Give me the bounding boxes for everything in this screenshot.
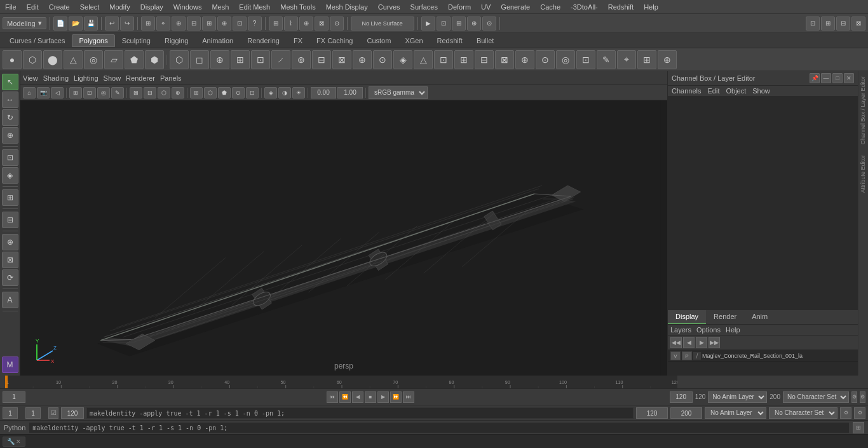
shelf-sculpt-icon[interactable]: ⌖ <box>617 50 636 69</box>
menu-edit-mesh[interactable]: Edit Mesh <box>234 2 275 12</box>
universal-manip-btn[interactable]: ⊡ <box>2 149 18 166</box>
layers-menu-options[interactable]: Options <box>696 326 721 334</box>
shelf-reduce-icon[interactable]: △ <box>414 50 433 69</box>
cb-menu-show[interactable]: Show <box>752 87 770 95</box>
help-btn[interactable]: ? <box>248 17 262 31</box>
shelf-tab-polygons[interactable]: Polygons <box>72 34 114 47</box>
shelf-jiggle-icon[interactable]: ⊡ <box>576 50 595 69</box>
maya-logo-btn[interactable]: M <box>2 356 18 373</box>
shelf-lattice-icon[interactable]: ⊠ <box>495 50 514 69</box>
shelf-tab-fx[interactable]: FX <box>287 34 309 47</box>
shelf-merge-icon[interactable]: ⊡ <box>251 50 270 69</box>
isolate-btn[interactable]: ⊙ <box>232 87 245 98</box>
heads-up-btn[interactable]: ⊡ <box>246 87 259 98</box>
shelf-tab-redshift[interactable]: Redshift <box>430 34 470 47</box>
new-file-btn[interactable]: 📄 <box>53 17 67 31</box>
snap-curve-btn[interactable]: ⌇ <box>284 17 298 31</box>
select-mask-btn[interactable]: ⊞ <box>69 87 82 98</box>
key-settings-btn[interactable]: ⚙ <box>851 391 857 403</box>
layers-fwd-btn[interactable]: ▶ <box>696 337 707 348</box>
vp-menu-show[interactable]: Show <box>104 74 121 82</box>
snap-grid-btn[interactable]: ⊞ <box>269 17 283 31</box>
shelf-tab-xgen[interactable]: XGen <box>398 34 430 47</box>
vp-menu-panels[interactable]: Panels <box>160 74 182 82</box>
minimized-window-item[interactable]: 🔧 ✕ <box>3 437 25 447</box>
snap-surface-btn[interactable]: ⊠ <box>315 17 329 31</box>
shelf-cleanup-icon[interactable]: ⊡ <box>434 50 453 69</box>
status-range-end[interactable]: 200 <box>670 407 702 419</box>
anim-layer-select[interactable]: No Anim Layer <box>708 391 767 403</box>
soft-sel-btn[interactable]: ◎ <box>97 87 110 98</box>
open-file-btn[interactable]: 📂 <box>69 17 83 31</box>
layers-menu-help[interactable]: Help <box>726 326 740 334</box>
shelf-bridge-icon[interactable]: ⟋ <box>271 50 290 69</box>
skip-backward-btn[interactable]: ⏮ <box>327 391 338 403</box>
cb-menu-edit[interactable]: Edit <box>707 87 719 95</box>
snap-point-btn[interactable]: ⊕ <box>299 17 313 31</box>
snap-live-btn[interactable]: ⊙ <box>330 17 344 31</box>
shelf-combine-icon[interactable]: ⊙ <box>373 50 392 69</box>
edge-tab-channel-box[interactable]: Channel Box / Layer Editor <box>858 71 868 150</box>
shelf-tab-rigging[interactable]: Rigging <box>158 34 195 47</box>
snap-btn[interactable]: ⊕ <box>2 234 18 250</box>
shelf-fill-icon[interactable]: ⊚ <box>292 50 311 69</box>
select-all-btn[interactable]: ⊟ <box>187 17 201 31</box>
shelf-wrap-icon[interactable]: ⊕ <box>515 50 534 69</box>
shelf-torus-icon[interactable]: ◎ <box>84 50 103 69</box>
paint-effects-btn[interactable]: ✎ <box>111 87 124 98</box>
shelf-append-icon[interactable]: ⊕ <box>658 50 677 69</box>
vp-menu-lighting[interactable]: Lighting <box>74 74 98 82</box>
render-btn[interactable]: ▶ <box>421 17 435 31</box>
deselect-btn[interactable]: ⊞ <box>202 17 216 31</box>
vp-menu-renderer[interactable]: Renderer <box>126 74 155 82</box>
viewport-canvas[interactable]: persp Z Y X <box>20 100 667 376</box>
menu-3dtoall[interactable]: -3DtoAll- <box>566 2 603 12</box>
menu-mesh[interactable]: Mesh <box>207 2 234 12</box>
menu-cache[interactable]: Cache <box>535 2 566 12</box>
layers-prev-btn[interactable]: ◀◀ <box>670 337 682 348</box>
vp-menu-shading[interactable]: Shading <box>43 74 69 82</box>
wireframe-btn[interactable]: ⊠ <box>130 87 142 98</box>
region-btn[interactable]: ⊟ <box>2 212 18 228</box>
shadows-btn[interactable]: ◈ <box>264 87 277 98</box>
show-manip-btn[interactable]: ⊞ <box>2 189 18 206</box>
shelf-smooth-icon[interactable]: ◈ <box>393 50 412 69</box>
shelf-extrude-icon[interactable]: ⊕ <box>210 50 229 69</box>
rotate-mode-btn[interactable]: ↻ <box>2 109 18 126</box>
cb-menu-channels[interactable]: Channels <box>672 87 701 95</box>
no-live-surface-btn[interactable]: No Live Surface <box>351 17 414 31</box>
camera-home-btn[interactable]: ⌂ <box>23 87 36 98</box>
comp-mode-btn[interactable]: ⊡ <box>83 87 96 98</box>
menu-create[interactable]: Create <box>44 2 75 12</box>
layer-playback-btn[interactable]: P <box>682 351 692 360</box>
scale-mode-btn[interactable]: ⊕ <box>2 127 18 144</box>
menu-file[interactable]: File <box>0 2 22 12</box>
minimized-close-btn[interactable]: ✕ <box>16 438 21 445</box>
menu-help[interactable]: Help <box>639 2 663 12</box>
shelf-disk-icon[interactable]: ⬟ <box>125 50 144 69</box>
dra-tab-render[interactable]: Render <box>706 310 744 324</box>
menu-windows[interactable]: Windows <box>168 2 207 12</box>
shelf-cone-icon[interactable]: △ <box>64 50 83 69</box>
skip-forward-btn[interactable]: ⏭ <box>403 391 414 403</box>
shelf-cylinder-icon[interactable]: ⬤ <box>43 50 62 69</box>
shelf-bool-icon[interactable]: ⊟ <box>312 50 331 69</box>
history-btn[interactable]: ⟳ <box>2 269 18 286</box>
select-tool-btn[interactable]: ⊞ <box>141 17 155 31</box>
anim-settings-btn[interactable]: ⚙ <box>860 391 865 403</box>
menu-surfaces[interactable]: Surfaces <box>405 2 443 12</box>
render4-btn[interactable]: ⊕ <box>467 17 481 31</box>
layer-item[interactable]: V P / Maglev_Concrete_Rail_Section_001_l… <box>668 350 858 362</box>
shelf-tab-animation[interactable]: Animation <box>195 34 240 47</box>
transform-mode-btn[interactable]: ↔ <box>2 92 18 108</box>
anim-layer-dropdown[interactable]: No Anim Layer <box>705 407 766 419</box>
save-file-btn[interactable]: 💾 <box>84 17 98 31</box>
char-set-select[interactable]: No Character Set <box>783 391 849 403</box>
menu-edit[interactable]: Edit <box>22 2 44 12</box>
channel-box-maximize-btn[interactable]: □ <box>832 73 843 83</box>
lasso-tool-btn[interactable]: ⌖ <box>156 17 170 31</box>
shelf-platonic-icon[interactable]: ⬢ <box>145 50 164 69</box>
menu-modify[interactable]: Modify <box>104 2 135 12</box>
grid-btn[interactable]: ⊞ <box>190 87 203 98</box>
shelf-paint-icon[interactable]: ✎ <box>597 50 616 69</box>
